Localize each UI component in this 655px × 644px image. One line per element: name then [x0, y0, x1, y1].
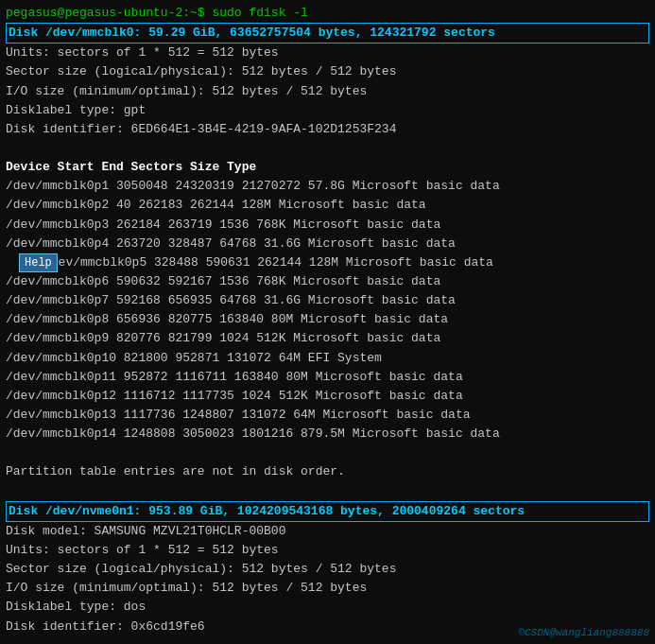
- table-row: /dev/mmcblk0p13 1117736 1248807 131072 6…: [6, 406, 649, 425]
- table-row: /dev/mmcblk0p14 1248808 3050023 1801216 …: [6, 425, 649, 444]
- table-row: Help /dev/mmcblk0p5 328488 590631 262144…: [6, 253, 649, 272]
- disk1-info-4: Disklabel type: gpt: [6, 101, 649, 120]
- table-row: /dev/mmcblk0p1 3050048 24320319 21270272…: [6, 177, 649, 196]
- empty-2: .: [6, 444, 649, 462]
- disk1-info-3: I/O size (minimum/optimal): 512 bytes / …: [6, 82, 649, 101]
- table-row: /dev/mmcblk0p4 263720 328487 64768 31.6G…: [6, 235, 649, 253]
- disk2-info-1: Disk model: SAMSUNG MZVL21T0HCLR-00B00: [6, 522, 649, 541]
- table-row: /dev/mmcblk0p9 820776 821799 1024 512K M…: [6, 329, 649, 348]
- table-row: /dev/mmcblk0p3 262184 263719 1536 768K M…: [6, 216, 649, 235]
- empty-3: .: [6, 482, 649, 501]
- table-row: /dev/mmcblk0p10 821800 952871 131072 64M…: [6, 349, 649, 368]
- disk1-footer: Partition table entries are not in disk …: [6, 462, 649, 481]
- table-row: /dev/mmcblk0p12 1116712 1117735 1024 512…: [6, 387, 649, 406]
- disk2-info-2: Units: sectors of 1 * 512 = 512 bytes: [6, 541, 649, 560]
- table-row: /dev/mmcblk0p7 592168 656935 64768 31.6G…: [6, 291, 649, 310]
- watermark: ©CSDN@wangliang888888: [518, 627, 649, 638]
- prompt-line: pegasus@pegasus-ubuntu-2:~$ sudo fdisk -…: [6, 6, 308, 20]
- disk1-info-5: Disk identifier: 6ED664E1-3B4E-4219-9AFA…: [6, 120, 649, 139]
- table-row: /dev/mmcblk0p8 656936 820775 163840 80M …: [6, 310, 649, 329]
- disk2-info-5: Disklabel type: dos: [6, 598, 649, 617]
- disk1-info-2: Sector size (logical/physical): 512 byte…: [6, 62, 649, 81]
- disk2-info-4: I/O size (minimum/optimal): 512 bytes / …: [6, 579, 649, 598]
- disk1-table-header: Device Start End Sectors Size Type: [6, 158, 649, 177]
- table-row: /dev/mmcblk0p6 590632 592167 1536 768K M…: [6, 272, 649, 291]
- terminal-window: pegasus@pegasus-ubuntu-2:~$ sudo fdisk -…: [0, 0, 655, 644]
- disk1-info-1: Units: sectors of 1 * 512 = 512 bytes: [6, 44, 649, 62]
- empty-1: .: [6, 139, 649, 158]
- disk1-header-line: Disk /dev/mmcblk0: 59.29 GiB, 6365275750…: [6, 23, 649, 44]
- disk2-header-line: Disk /dev/nvme0n1: 953.89 GiB, 102420954…: [6, 501, 649, 522]
- table-row: /dev/mmcblk0p2 40 262183 262144 128M Mic…: [6, 196, 649, 215]
- table-row: /dev/mmcblk0p11 952872 1116711 163840 80…: [6, 368, 649, 387]
- help-tooltip[interactable]: Help: [19, 253, 58, 273]
- disk2-info-3: Sector size (logical/physical): 512 byte…: [6, 560, 649, 579]
